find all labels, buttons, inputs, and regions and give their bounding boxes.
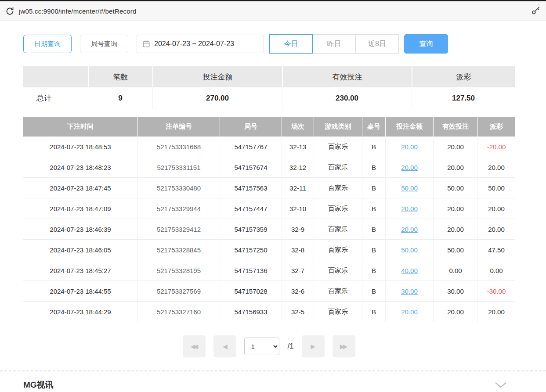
bet-table-row: 2024-07-23 18:46:39521753329412547157359… (23, 219, 515, 240)
bet-amount-link[interactable]: 20.00 (401, 226, 418, 233)
search-button[interactable]: 查询 (404, 34, 448, 54)
bet-table-header-row: 下注时间 注单编号 局号 场次 游戏类别 桌号 投注金额 有效投注 派彩 (23, 117, 515, 137)
url-text[interactable]: jw05.cc:9900/infe/mcenter/#/betRecord (19, 7, 137, 15)
cell-session: 32-13 (282, 137, 314, 157)
cell-order-id: 521753327160 (137, 302, 220, 322)
bet-table-row: 2024-07-23 18:45:27521753328195547157136… (23, 260, 515, 281)
bet-amount-link[interactable]: 20.00 (401, 205, 418, 212)
cell-time: 2024-07-23 18:47:09 (23, 198, 137, 219)
summary-total-row: 总计 9 270.00 230.00 127.50 (23, 87, 515, 109)
cell-time: 2024-07-23 18:46:05 (23, 240, 137, 260)
quick-range-group: 今日 昨日 近8日 (269, 34, 399, 54)
col-header-round-id: 局号 (220, 117, 282, 137)
cell-payout: 20.00 (477, 157, 515, 178)
cell-session: 32-7 (282, 260, 314, 281)
next-page-button[interactable]: ▶ (302, 335, 325, 357)
date-query-tab[interactable]: 日期查询 (23, 35, 72, 53)
cell-session: 32-11 (282, 178, 314, 198)
bet-table-row: 2024-07-23 18:47:09521753329944547157447… (23, 198, 515, 219)
cell-order-id: 521753330480 (137, 178, 220, 198)
bet-record-table: 下注时间 注单编号 局号 场次 游戏类别 桌号 投注金额 有效投注 派彩 202… (23, 117, 515, 322)
cell-time: 2024-07-23 18:48:53 (23, 137, 137, 157)
cell-bet-amount: 20.00 (385, 137, 433, 157)
bet-amount-link[interactable]: 50.00 (401, 246, 418, 254)
section-title: MG视讯 (23, 379, 54, 391)
bet-amount-link[interactable]: 20.00 (401, 164, 418, 171)
collapse-chevron-icon[interactable] (495, 382, 507, 388)
bet-table-row: 2024-07-23 18:44:55521753327569547157028… (23, 281, 515, 302)
cell-bet-amount: 30.00 (385, 281, 433, 302)
bet-amount-link[interactable]: 50.00 (401, 184, 418, 192)
last-page-button[interactable]: ▶▶ (333, 335, 355, 357)
cell-order-id: 521753328845 (137, 240, 220, 260)
cell-round-id: 547156933 (220, 302, 282, 322)
cell-round-id: 547157359 (220, 219, 282, 240)
date-range-value: 2024-07-23 ~ 2024-07-23 (154, 40, 234, 48)
bet-table-row: 2024-07-23 18:44:29521753327160547156933… (23, 302, 515, 322)
quick-yesterday-button[interactable]: 昨日 (312, 34, 356, 54)
quick-8days-button[interactable]: 近8日 (355, 34, 399, 54)
summary-header-count: 笔数 (88, 66, 152, 87)
bet-amount-link[interactable]: 30.00 (401, 288, 418, 295)
cell-time: 2024-07-23 18:48:23 (23, 157, 137, 178)
cell-valid-bet: 50.00 (433, 178, 477, 198)
cell-game-type: 百家乐 (314, 302, 362, 322)
cell-bet-amount: 40.00 (385, 260, 433, 281)
col-header-payout: 派彩 (477, 117, 515, 137)
cell-payout: 50.00 (477, 178, 515, 198)
col-header-order-id: 注单编号 (137, 117, 220, 137)
cell-game-type: 百家乐 (314, 260, 362, 281)
date-range-input[interactable]: 2024-07-23 ~ 2024-07-23 (137, 35, 264, 53)
cell-bet-amount: 20.00 (385, 157, 433, 178)
double-chevron-left-icon: ◀◀ (191, 343, 199, 350)
cell-bet-amount: 20.00 (385, 219, 433, 240)
browser-url-bar: jw05.cc:9900/infe/mcenter/#/betRecord (0, 0, 546, 21)
bet-amount-link[interactable]: 40.00 (401, 267, 418, 274)
col-header-game-type: 游戏类别 (314, 117, 362, 137)
prev-page-button[interactable]: ◀ (213, 335, 236, 357)
cell-table-no: B (362, 260, 385, 281)
quick-today-button[interactable]: 今日 (269, 34, 313, 54)
page-select[interactable]: 1 (244, 338, 279, 355)
password-key-icon[interactable] (531, 6, 541, 16)
cell-table-no: B (362, 178, 385, 198)
cell-session: 32-12 (282, 157, 314, 178)
cell-round-id: 547157767 (220, 137, 282, 157)
first-page-button[interactable]: ◀◀ (183, 335, 206, 357)
cell-game-type: 百家乐 (314, 198, 362, 219)
col-header-table-no: 桌号 (362, 117, 385, 137)
cell-round-id: 547157674 (220, 157, 282, 178)
cell-game-type: 百家乐 (314, 281, 362, 302)
cell-table-no: B (362, 302, 385, 322)
cell-payout: -30.00 (477, 281, 515, 302)
cell-game-type: 百家乐 (314, 240, 362, 260)
cell-table-no: B (362, 240, 385, 260)
summary-header-bet-amount: 投注金额 (152, 66, 282, 87)
summary-total-count: 9 (88, 87, 152, 109)
cell-valid-bet: 50.00 (433, 240, 477, 260)
bet-table-row: 2024-07-23 18:48:53521753331668547157767… (23, 137, 515, 157)
filter-bar: 日期查询 局号查询 2024-07-23 ~ 2024-07-23 今日 昨日 … (23, 34, 515, 54)
cell-round-id: 547157447 (220, 198, 282, 219)
cell-table-no: B (362, 157, 385, 178)
chevron-left-icon: ◀ (223, 343, 228, 350)
summary-total-label: 总计 (23, 87, 88, 109)
site-sync-icon[interactable] (5, 7, 14, 16)
cell-time: 2024-07-23 18:46:39 (23, 219, 137, 240)
cell-payout: 0.00 (477, 260, 515, 281)
col-header-session: 场次 (282, 117, 314, 137)
summary-total-valid-bet: 230.00 (282, 87, 412, 109)
col-header-bet-amount: 投注金额 (385, 117, 433, 137)
bet-amount-link[interactable]: 20.00 (401, 308, 418, 316)
page-total-label: /1 (287, 342, 293, 351)
bet-amount-link[interactable]: 20.00 (401, 143, 418, 151)
cell-session: 32-10 (282, 198, 314, 219)
cell-game-type: 百家乐 (314, 157, 362, 178)
cell-payout: 47.50 (477, 240, 515, 260)
round-query-tab[interactable]: 局号查询 (80, 35, 128, 53)
dashed-divider (0, 370, 546, 371)
cell-round-id: 547157028 (220, 281, 282, 302)
cell-time: 2024-07-23 18:44:29 (23, 302, 137, 322)
summary-total-bet-amount: 270.00 (152, 87, 282, 109)
col-header-time: 下注时间 (23, 117, 137, 137)
